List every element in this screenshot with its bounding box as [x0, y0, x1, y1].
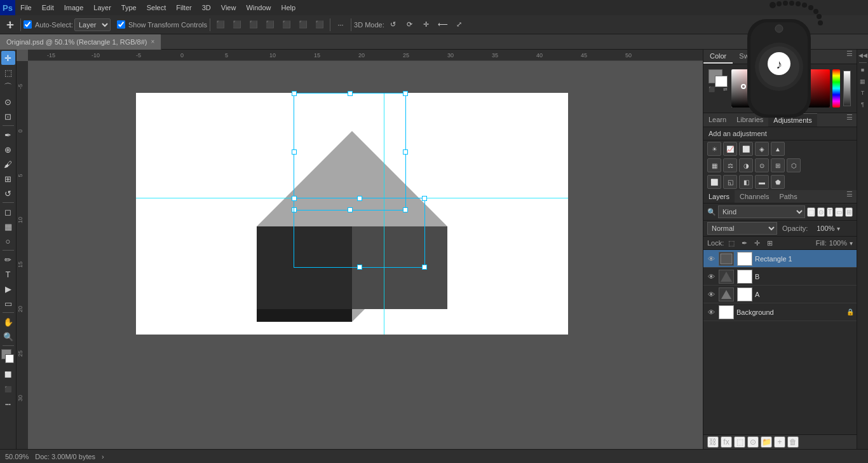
gradient-tool[interactable]: ▦ [1, 219, 15, 233]
quick-mask-btn[interactable]: ⬜ [1, 368, 15, 382]
learn-tab[interactable]: Learn [703, 113, 731, 127]
distribute-btn[interactable]: ⬛ [312, 17, 327, 32]
photofilter-adj[interactable]: ⊙ [755, 158, 769, 172]
exposure-adj[interactable]: ⬜ [739, 142, 753, 156]
blend-mode-select[interactable]: Normal Multiply Screen [707, 222, 777, 235]
move-tool-btn[interactable] [3, 17, 18, 32]
menu-3d[interactable]: 3D [197, 0, 216, 15]
color-gradient[interactable] [731, 69, 830, 107]
menu-layer[interactable]: Layer [88, 0, 116, 15]
layer-mask-btn[interactable]: ⬚ [734, 436, 745, 448]
colorbalance-adj[interactable]: ⚖ [723, 158, 737, 172]
align-left-btn[interactable]: ⬛ [213, 17, 228, 32]
align-center-btn[interactable]: ⬛ [229, 17, 245, 32]
menu-help[interactable]: Help [276, 0, 301, 15]
3d-roll-btn[interactable]: ⟳ [402, 17, 417, 32]
selectivecolor-adj[interactable]: ⬟ [771, 175, 785, 189]
bg-swatch[interactable] [715, 76, 728, 87]
3d-rotate-btn[interactable]: ↺ [386, 17, 401, 32]
screen-mode-btn[interactable]: ⬛ [1, 382, 15, 396]
brush-tool[interactable]: 🖌 [1, 157, 15, 171]
menu-filter[interactable]: Filter [171, 0, 196, 15]
menu-type[interactable]: Type [116, 0, 142, 15]
collapse-btn[interactable]: ◀◀ [858, 51, 868, 60]
adj-panel-icon[interactable]: ▦ [858, 76, 868, 87]
align-middle-btn[interactable]: ⬛ [279, 17, 294, 32]
menu-edit[interactable]: Edit [37, 0, 59, 15]
layer-item-a[interactable]: 👁 A [703, 286, 857, 303]
channels-tab[interactable]: Channels [735, 190, 774, 203]
opacity-value[interactable]: 100% [811, 225, 834, 232]
channelmixer-adj[interactable]: ⊞ [771, 158, 785, 172]
layer-item-bg[interactable]: 👁 Background 🔒 [703, 303, 857, 321]
history-brush-tool[interactable]: ↺ [1, 186, 15, 200]
color-panel-icon[interactable]: ■ [858, 64, 868, 76]
bg-color[interactable] [5, 354, 14, 363]
layer-eye-b[interactable]: 👁 [706, 272, 716, 282]
auto-select-check[interactable] [24, 20, 32, 29]
menu-window[interactable]: Window [241, 0, 276, 15]
curves-adj[interactable]: 📈 [723, 142, 737, 156]
bw-adj[interactable]: ◑ [739, 158, 753, 172]
shape-tool[interactable]: ▭ [1, 296, 15, 310]
adjustments-tab[interactable]: Adjustments [768, 113, 817, 127]
shape-filter-btn[interactable]: ▭ [835, 207, 843, 217]
more-options-btn[interactable]: ··· [333, 17, 348, 32]
dodge-tool[interactable]: ○ [1, 234, 15, 248]
color-picker[interactable] [1, 349, 15, 366]
opacity-strip[interactable] [843, 71, 851, 106]
layer-fx-btn[interactable]: fx [721, 436, 732, 448]
hand-tool[interactable]: ✋ [1, 315, 15, 329]
smart-filter-btn[interactable]: ⊞ [845, 207, 853, 217]
brightness-adj[interactable]: ☀ [707, 142, 721, 156]
tab-close-btn[interactable]: × [151, 38, 155, 45]
gradientmap-adj[interactable]: ▬ [755, 175, 769, 189]
3d-slide-btn[interactable]: ⟵ [435, 17, 451, 32]
pixel-filter-btn[interactable]: ⬚ [807, 207, 815, 217]
eraser-tool[interactable]: ◻ [1, 205, 15, 219]
lock-all-btn[interactable]: ✛ [752, 238, 762, 248]
layer-eye-bg[interactable]: 👁 [706, 307, 716, 317]
3d-pan-btn[interactable]: ✛ [419, 17, 434, 32]
eyedropper-tool[interactable]: ✒ [1, 128, 15, 142]
color-panel-menu[interactable]: ☰ [843, 50, 857, 64]
rect-select-tool[interactable]: ⬚ [1, 66, 15, 79]
paragraph-panel-icon[interactable]: ¶ [858, 99, 868, 110]
posterize-adj[interactable]: ◱ [723, 175, 737, 189]
menu-view[interactable]: View [216, 0, 241, 15]
colorlookup-adj[interactable]: ⬡ [787, 158, 801, 172]
menu-file[interactable]: File [15, 0, 37, 15]
lock-artboard-btn[interactable]: ⊞ [764, 238, 775, 248]
align-right-btn[interactable]: ⬛ [246, 17, 261, 32]
adj-filter-btn[interactable]: ⊙ [817, 207, 825, 217]
lasso-tool[interactable]: ⌒ [1, 80, 15, 94]
libraries-tab[interactable]: Libraries [731, 113, 768, 127]
kind-select[interactable]: Kind [718, 205, 805, 218]
quick-select-tool[interactable]: ⊙ [1, 95, 15, 109]
lock-position-btn[interactable]: ✒ [739, 238, 749, 248]
hsl-adj[interactable]: ▦ [707, 158, 721, 172]
path-select-tool[interactable]: ▶ [1, 282, 15, 296]
layer-item-rectangle1[interactable]: 👁 Rectangle 1 [703, 250, 857, 268]
adj-panel-menu[interactable]: ☰ [843, 113, 857, 127]
align-top-btn[interactable]: ⬛ [262, 17, 278, 32]
swap-colors-icon[interactable]: ⇄ [723, 86, 728, 92]
invert-adj[interactable]: ⬜ [707, 175, 721, 189]
menu-select[interactable]: Select [142, 0, 172, 15]
lock-pixels-btn[interactable]: ⬚ [726, 238, 736, 248]
type-tool[interactable]: T [1, 267, 15, 281]
type-filter-btn[interactable]: T [827, 207, 833, 217]
move-tool[interactable]: ✛ [1, 51, 15, 65]
hue-strip[interactable] [832, 69, 840, 107]
type-panel-icon[interactable]: T [858, 87, 868, 99]
menu-image[interactable]: Image [59, 0, 89, 15]
layer-eye-a[interactable]: 👁 [706, 289, 716, 300]
3d-scale-btn[interactable]: ⤢ [452, 17, 467, 32]
doc-tab[interactable]: Original.psd @ 50.1% (Rectangle 1, RGB/8… [0, 34, 161, 50]
heal-tool[interactable]: ⊕ [1, 142, 15, 156]
show-transform-check[interactable] [117, 20, 125, 29]
zoom-level[interactable]: 50.09% [5, 453, 29, 460]
crop-tool[interactable]: ⊡ [1, 109, 15, 123]
threshold2-adj[interactable]: ◧ [739, 175, 753, 189]
pen-tool[interactable]: ✏ [1, 252, 15, 266]
